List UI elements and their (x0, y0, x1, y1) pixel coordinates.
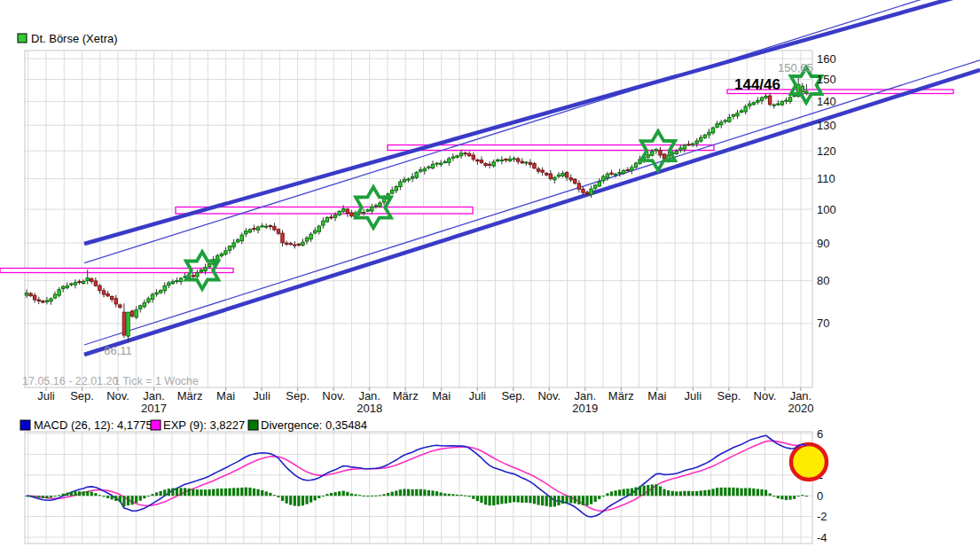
candle-down (277, 230, 279, 233)
candle-up (740, 111, 742, 113)
candle-up (232, 243, 235, 247)
candle-down (29, 293, 32, 296)
candle-up (801, 86, 804, 91)
candle-up (513, 159, 515, 160)
candle-up (208, 264, 210, 267)
exp-signal-line (27, 441, 806, 511)
candle-up (492, 162, 495, 166)
candle-up (435, 163, 438, 164)
candle-up (338, 211, 341, 215)
x-axis-tick-label: Jan. (143, 389, 165, 403)
x-axis-tick-label: März (608, 389, 634, 403)
candle-up (508, 159, 511, 160)
y-axis-tick-label: 120 (817, 145, 836, 158)
candle-up (228, 246, 231, 251)
candle-up (760, 98, 763, 100)
candle-up (366, 210, 369, 212)
candle-up (631, 168, 633, 170)
candle-up (719, 122, 722, 125)
candle-up (695, 141, 698, 144)
candle-down (472, 155, 474, 159)
candle-up (553, 177, 556, 180)
candle-down (297, 244, 300, 245)
candle-up (379, 203, 381, 207)
candle-down (119, 305, 122, 308)
chart-window: 160150140130120110100908070JuliSep.Nov.J… (0, 0, 980, 555)
candle-down (42, 301, 44, 302)
macd-legend-label: MACD (26, 12): 4,1775 (34, 418, 153, 432)
candle-up (179, 278, 182, 282)
candle-down (574, 179, 576, 183)
candle-up (399, 182, 402, 186)
candle-up (403, 180, 405, 182)
candle-up (525, 162, 528, 163)
candle-down (294, 245, 296, 246)
candle-down (582, 189, 584, 192)
last-price-label: 144/46 (734, 76, 780, 93)
y-axis-tick-label: 130 (817, 119, 836, 132)
candle-up (318, 226, 320, 231)
candle-up (168, 283, 170, 285)
candle-down (549, 174, 552, 178)
candle-up (159, 291, 161, 293)
candle-up (651, 152, 654, 155)
candle-up (256, 227, 259, 230)
macd-legend: MACD (26, 12): 4,1775EXP (9): 3,8227Dive… (20, 418, 367, 432)
candle-up (451, 157, 454, 158)
candle-down (480, 160, 482, 163)
stock-chart-canvas[interactable]: 160150140130120110100908070JuliSep.Nov.J… (0, 0, 980, 555)
candle-up (151, 294, 153, 299)
candle-up (374, 206, 377, 207)
candle-up (443, 161, 446, 162)
candle-up (788, 98, 791, 102)
candle-up (86, 278, 89, 281)
candle-up (805, 91, 808, 93)
candle-up (427, 167, 430, 168)
y-axis-tick-label: 80 (817, 274, 829, 287)
resistance-band (0, 269, 233, 273)
x-axis-tick-label: Sep. (286, 389, 310, 403)
candle-up (265, 226, 268, 227)
macd-line (27, 435, 806, 517)
candle-down (106, 294, 109, 296)
y-axis-tick-label: 140 (817, 95, 836, 108)
x-axis-tick-label: Nov. (322, 389, 345, 403)
y-axis-tick-label: 70 (817, 317, 829, 330)
candle-up (224, 251, 227, 254)
candle-up (204, 268, 207, 271)
candle-up (305, 238, 308, 241)
symbol-legend-swatch-icon (18, 34, 27, 43)
candle-up (655, 150, 657, 151)
candle-up (749, 104, 751, 106)
candle-up (594, 185, 597, 188)
candle-down (533, 164, 536, 168)
candle-up (716, 124, 718, 128)
x-axis-tick-label: Jan. (790, 389, 812, 403)
macd-legend-swatch-icon (151, 420, 161, 430)
candle-up (155, 293, 158, 294)
candle-up (362, 212, 365, 213)
candle-up (248, 230, 251, 232)
candle-up (614, 174, 616, 175)
candle-up (196, 272, 199, 277)
x-axis-tick-label: Nov. (106, 389, 129, 403)
x-axis-tick-label: Jan. (575, 389, 597, 403)
candle-down (468, 153, 471, 155)
candle-up (459, 153, 462, 156)
candle-up (785, 100, 788, 101)
trend-line-upper-thin (84, 0, 980, 263)
candle-up (313, 231, 316, 233)
candle-up (634, 163, 637, 167)
macd-legend-swatch-icon (248, 420, 258, 430)
candle-down (768, 96, 771, 105)
x-axis-tick-label: März (177, 389, 203, 403)
candle-down (687, 145, 690, 145)
candle-up (606, 174, 608, 177)
x-axis-tick-label: Juli (37, 389, 55, 403)
candle-down (484, 164, 487, 166)
candle-up (74, 283, 76, 285)
candle-down (565, 173, 568, 177)
candle-up (66, 285, 68, 287)
candle-up (135, 309, 137, 317)
candle-up (423, 168, 426, 170)
